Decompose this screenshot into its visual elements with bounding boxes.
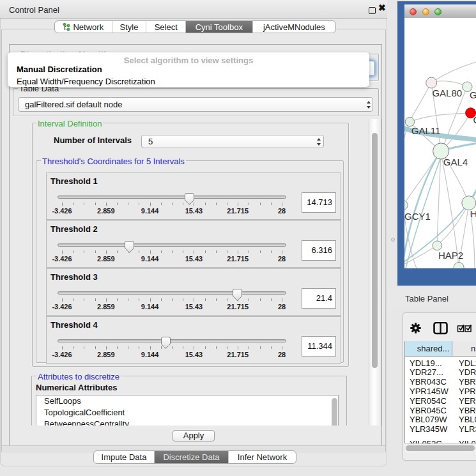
svg-text:GAL11: GAL11: [411, 125, 441, 136]
svg-text:GAL4: GAL4: [443, 157, 468, 167]
svg-text:C: C: [473, 114, 476, 125]
svg-text:GCY1: GCY1: [404, 211, 431, 222]
svg-text:HAP2: HAP2: [438, 250, 463, 261]
svg-text:H: H: [470, 208, 476, 219]
svg-text:GA: GA: [470, 89, 476, 100]
svg-text:GAL80: GAL80: [432, 88, 462, 98]
